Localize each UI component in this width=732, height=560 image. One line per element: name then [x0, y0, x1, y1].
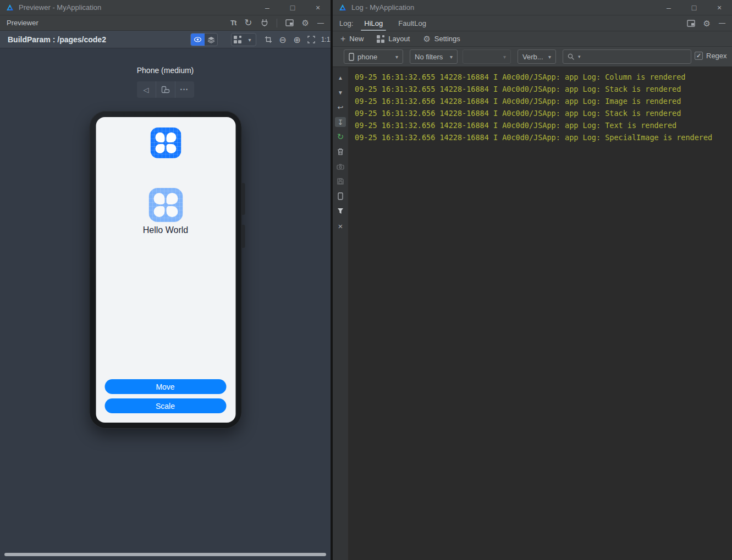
back-button[interactable]: ◁: [137, 81, 156, 98]
device-log-icon[interactable]: [335, 191, 346, 201]
horizontal-scrollbar[interactable]: [4, 553, 326, 556]
log-line: 09-25 16:31:32.656 14228-16884 I A0c0d0/…: [355, 119, 732, 131]
component-grid-group[interactable]: ▾: [231, 33, 256, 46]
filter-icon[interactable]: [335, 206, 346, 216]
phone-power-button: [241, 225, 245, 248]
phone-volume-button: [241, 183, 245, 215]
log-line: 09-25 16:31:32.655 14228-16884 I A0c0d0/…: [355, 71, 732, 83]
search-input[interactable]: [584, 53, 678, 61]
scroll-down-icon[interactable]: ▼: [335, 87, 346, 97]
zoom-ratio-button[interactable]: 1:1: [318, 33, 333, 46]
layers-icon: [207, 36, 215, 43]
chevron-down-icon: ▾: [395, 54, 398, 60]
close-icon[interactable]: ×: [305, 0, 331, 15]
new-button[interactable]: + New: [340, 34, 364, 44]
hello-world-label: Hello World: [96, 225, 235, 235]
build-param-bar: BuildParam : /pages/code2 ▾: [0, 31, 331, 48]
scroll-up-icon[interactable]: ▲: [335, 73, 346, 82]
panel-layout-icon[interactable]: [285, 19, 294, 26]
close-icon[interactable]: ×: [707, 0, 732, 15]
deveco-logo-icon: [338, 3, 347, 12]
device-select[interactable]: phone ▾: [344, 49, 403, 64]
funnel-icon: [337, 208, 344, 214]
clear-log-icon[interactable]: [335, 147, 346, 157]
plug-icon[interactable]: [261, 19, 268, 27]
restart-icon[interactable]: ↻: [335, 132, 346, 142]
phone-screen: Hello World Move Scale: [96, 117, 235, 423]
previewer-titlebar: Previewer - MyApplication – □ ×: [0, 0, 331, 15]
inspector-toggle-group: [190, 33, 218, 46]
device-select-value: phone: [357, 53, 377, 61]
preview-canvas: Phone (medium) ◁ •••: [0, 48, 331, 560]
scroll-to-end-icon[interactable]: ↧: [335, 117, 346, 127]
regex-checkbox[interactable]: ✓: [695, 52, 703, 60]
log-level-value: Verb...: [522, 53, 543, 61]
previewer-toolbar: Previewer Tt ↻ ⚙ —: [0, 15, 331, 31]
fit-screen-icon: [307, 36, 315, 43]
tab-hilog[interactable]: HiLog: [364, 15, 383, 31]
log-line: 09-25 16:31:32.656 14228-16884 I A0c0d0/…: [355, 95, 732, 107]
log-level-select[interactable]: Verb... ▾: [518, 49, 556, 64]
window-controls: – □ ×: [255, 0, 331, 15]
app-icon: [150, 127, 181, 158]
log-content: ▲ ▼ ↩ ↧ ↻: [333, 67, 732, 560]
app-icon-faded: [148, 188, 183, 222]
window-title: Previewer - MyApplication: [19, 3, 101, 12]
gear-icon[interactable]: ⚙: [302, 19, 309, 27]
filters-select[interactable]: No filters ▾: [410, 49, 458, 64]
maximize-icon[interactable]: □: [280, 0, 305, 15]
panel-layout-icon[interactable]: [687, 20, 695, 27]
inspector-button[interactable]: [191, 34, 205, 46]
soft-wrap-icon[interactable]: ↩: [335, 102, 346, 112]
log-line: 09-25 16:31:32.655 14228-16884 I A0c0d0/…: [355, 83, 732, 95]
phone-mockup: Hello World Move Scale: [89, 111, 241, 429]
refresh-icon[interactable]: ↻: [244, 18, 252, 27]
log-side-toolbar: ▲ ▼ ↩ ↧ ↻: [333, 67, 348, 560]
layout-button-label: Layout: [388, 35, 410, 43]
log-line: 09-25 16:31:32.656 14228-16884 I A0c0d0/…: [355, 131, 732, 143]
tab-faultlog[interactable]: FaultLog: [398, 15, 426, 31]
regex-toggle[interactable]: ✓ Regex: [695, 52, 727, 60]
search-box[interactable]: ▾: [563, 49, 691, 64]
maximize-icon[interactable]: □: [681, 0, 707, 15]
save-log-icon[interactable]: [335, 176, 346, 186]
settings-button[interactable]: ⚙ Settings: [423, 35, 460, 43]
filters-select-value: No filters: [415, 53, 443, 61]
log-label: Log:: [339, 19, 353, 27]
gear-icon[interactable]: ⚙: [703, 19, 711, 27]
trash-icon: [337, 148, 344, 156]
log-line: 09-25 16:31:32.656 14228-16884 I A0c0d0/…: [355, 107, 732, 119]
more-options-button[interactable]: •••: [175, 81, 194, 98]
layout-grid-icon: [377, 35, 384, 43]
screenshot-icon[interactable]: [335, 162, 346, 171]
window-title: Log - MyApplication: [351, 3, 414, 12]
zoom-in-button[interactable]: ⊕: [291, 33, 303, 46]
layers-button[interactable]: [205, 34, 217, 46]
chevron-down-icon: ▾: [548, 54, 551, 60]
preview-nav-group: ◁ •••: [137, 81, 194, 98]
panel-title: Previewer: [7, 19, 38, 27]
toolbar-divider: [277, 19, 277, 27]
zoom-out-button[interactable]: ⊖: [277, 33, 289, 46]
rotate-device-button[interactable]: [156, 81, 175, 98]
floppy-icon: [337, 178, 344, 185]
new-button-label: New: [349, 35, 364, 43]
empty-select[interactable]: ▾: [463, 49, 511, 64]
minimize-icon[interactable]: –: [255, 0, 280, 15]
window-controls: – □ ×: [656, 0, 732, 15]
scale-button[interactable]: Scale: [104, 398, 226, 413]
fit-screen-button[interactable]: [305, 33, 317, 46]
crop-frame-button[interactable]: [262, 33, 274, 46]
plus-icon: +: [340, 34, 345, 44]
hide-panel-icon[interactable]: —: [317, 20, 324, 26]
close-log-icon[interactable]: ×: [335, 221, 346, 231]
layout-button[interactable]: Layout: [377, 35, 410, 43]
chevron-down-icon: ▾: [450, 54, 453, 60]
hide-panel-icon[interactable]: —: [719, 20, 725, 26]
rotate-device-icon: [161, 86, 170, 93]
move-button[interactable]: Move: [104, 379, 226, 394]
font-size-icon[interactable]: Tt: [230, 19, 236, 26]
settings-button-label: Settings: [434, 35, 460, 43]
previewer-window: Previewer - MyApplication – □ × Previewe…: [0, 0, 331, 560]
minimize-icon[interactable]: –: [656, 0, 681, 15]
